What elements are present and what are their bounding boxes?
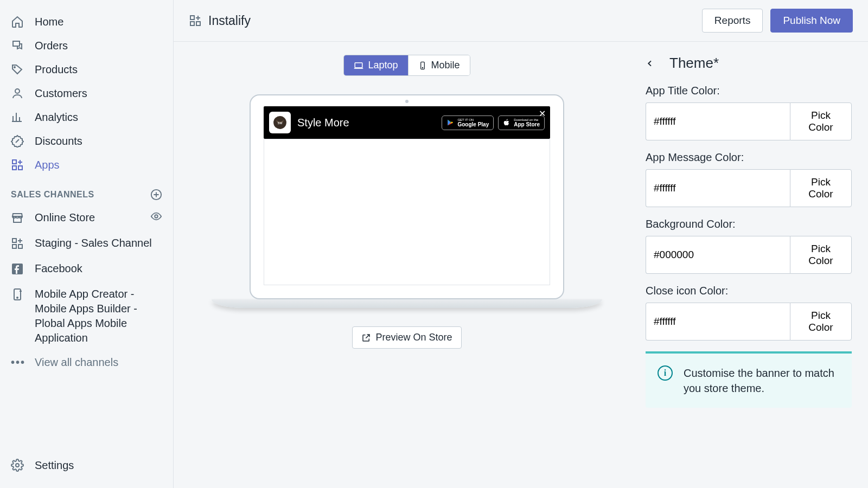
nav-home-label: Home xyxy=(35,16,63,28)
page-title: Instalify xyxy=(208,14,251,28)
svg-rect-2 xyxy=(12,160,16,164)
nav-customers-label: Customers xyxy=(35,87,87,100)
channel-facebook-label: Facebook xyxy=(35,261,82,276)
svg-rect-17 xyxy=(355,62,363,67)
nav-settings[interactable]: Settings xyxy=(0,453,173,477)
banner-app-title: Style More xyxy=(297,117,349,129)
svg-rect-4 xyxy=(18,166,22,170)
svg-rect-9 xyxy=(18,245,22,248)
view-all-channels[interactable]: ••• View all channels xyxy=(0,351,173,374)
channel-online-store-label: Online Store xyxy=(35,210,95,225)
nav-apps-label: Apps xyxy=(35,159,60,171)
nav-home[interactable]: Home xyxy=(0,10,173,34)
reports-button[interactable]: Reports xyxy=(702,9,763,33)
input-close-icon-color[interactable] xyxy=(646,303,790,341)
gplay-big: Google Play xyxy=(457,121,489,127)
svg-point-19 xyxy=(422,67,423,68)
nav-products[interactable]: Products xyxy=(0,57,173,81)
field-app-message-color: App Message Color: Pick Color xyxy=(646,151,852,207)
mobile-app-icon xyxy=(11,288,27,301)
content: Laptop Mobile SM Style More xyxy=(174,42,868,488)
channel-mobile-app[interactable]: Mobile App Creator - Mobile Apps Builder… xyxy=(0,281,173,351)
mobile-icon xyxy=(418,61,427,70)
nav-discounts-label: Discounts xyxy=(35,135,82,147)
info-message: Customise the banner to match you store … xyxy=(684,365,840,396)
nav-analytics-label: Analytics xyxy=(35,111,78,124)
home-icon xyxy=(11,15,27,28)
svg-rect-7 xyxy=(12,239,16,242)
label-background-color: Background Color: xyxy=(646,218,852,230)
field-app-title-color: App Title Color: Pick Color xyxy=(646,85,852,140)
input-app-message-color[interactable] xyxy=(646,169,790,207)
device-toggle: Laptop Mobile xyxy=(343,55,470,76)
pick-app-title-color[interactable]: Pick Color xyxy=(790,102,852,140)
laptop-icon xyxy=(354,61,363,70)
input-background-color[interactable] xyxy=(646,236,790,274)
panel-header: Theme* xyxy=(646,55,852,72)
google-play-badge[interactable]: GET IT ON Google Play xyxy=(442,115,494,130)
channel-facebook[interactable]: Facebook xyxy=(0,256,173,281)
svg-rect-3 xyxy=(12,166,16,170)
svg-point-6 xyxy=(155,215,158,218)
svg-point-13 xyxy=(16,464,19,467)
preview-on-store-label: Preview On Store xyxy=(375,332,452,343)
user-icon xyxy=(11,87,27,100)
nav-analytics[interactable]: Analytics xyxy=(0,105,173,129)
svg-rect-8 xyxy=(12,245,16,248)
add-channel-icon[interactable] xyxy=(150,189,162,201)
label-close-icon-color: Close icon Color: xyxy=(646,285,852,297)
laptop-mock: SM Style More GET IT ON Google Play xyxy=(250,94,564,308)
channel-staging[interactable]: Staging - Sales Channel xyxy=(0,230,173,256)
laptop-screen: SM Style More GET IT ON Google Play xyxy=(250,94,564,299)
device-laptop-tab[interactable]: Laptop xyxy=(344,55,408,75)
facebook-icon xyxy=(11,262,27,275)
device-mobile-label: Mobile xyxy=(431,60,460,71)
panel-title: Theme* xyxy=(669,55,719,72)
preview-on-store-button[interactable]: Preview On Store xyxy=(352,326,461,349)
appstore-big: App Store xyxy=(514,121,540,127)
channel-online-store[interactable]: Online Store xyxy=(0,205,173,230)
dots-icon: ••• xyxy=(11,356,27,369)
laptop-base xyxy=(212,299,602,308)
main: Instalify Reports Publish Now Laptop Mob… xyxy=(174,0,868,488)
sales-channels-header: SALES CHANNELS xyxy=(0,177,173,205)
pick-app-message-color[interactable]: Pick Color xyxy=(790,169,852,207)
preview-area: Laptop Mobile SM Style More xyxy=(174,42,640,488)
tag-icon xyxy=(11,63,27,76)
store-icon xyxy=(11,211,27,224)
nav-products-label: Products xyxy=(35,63,78,76)
nav-orders-label: Orders xyxy=(35,40,68,52)
app-grid-icon xyxy=(189,14,202,27)
orders-icon xyxy=(11,39,27,52)
nav-customers[interactable]: Customers xyxy=(0,81,173,105)
pick-background-color[interactable]: Pick Color xyxy=(790,236,852,274)
publish-button[interactable]: Publish Now xyxy=(770,9,853,33)
store-badges: GET IT ON Google Play Download on the Ap… xyxy=(442,115,545,130)
info-icon: i xyxy=(658,365,673,381)
info-card: i Customise the banner to match you stor… xyxy=(646,351,852,408)
topbar: Instalify Reports Publish Now xyxy=(174,0,868,42)
discount-icon xyxy=(11,134,27,147)
pick-close-icon-color[interactable]: Pick Color xyxy=(790,303,852,341)
field-close-icon-color: Close icon Color: Pick Color xyxy=(646,285,852,341)
svg-rect-16 xyxy=(196,22,200,25)
app-store-badge[interactable]: Download on the App Store xyxy=(498,115,545,130)
apps-grid-icon xyxy=(11,237,27,250)
gear-icon xyxy=(11,459,27,472)
eye-icon[interactable] xyxy=(150,210,162,222)
label-app-message-color: App Message Color: xyxy=(646,151,852,164)
nav-discounts[interactable]: Discounts xyxy=(0,129,173,153)
label-app-title-color: App Title Color: xyxy=(646,85,852,97)
back-icon[interactable] xyxy=(646,57,654,70)
banner-app-logo: SM xyxy=(269,112,291,133)
sidebar: Home Orders Products Customers Analytics… xyxy=(0,0,174,488)
nav-orders[interactable]: Orders xyxy=(0,34,173,57)
svg-rect-15 xyxy=(190,22,194,25)
input-app-title-color[interactable] xyxy=(646,102,790,140)
device-mobile-tab[interactable]: Mobile xyxy=(409,55,470,75)
view-all-label: View all channels xyxy=(35,356,118,369)
apps-icon xyxy=(11,158,27,171)
banner-close-icon[interactable]: ✕ xyxy=(539,108,546,119)
channel-staging-label: Staging - Sales Channel xyxy=(35,236,152,251)
nav-apps[interactable]: Apps xyxy=(0,153,173,177)
